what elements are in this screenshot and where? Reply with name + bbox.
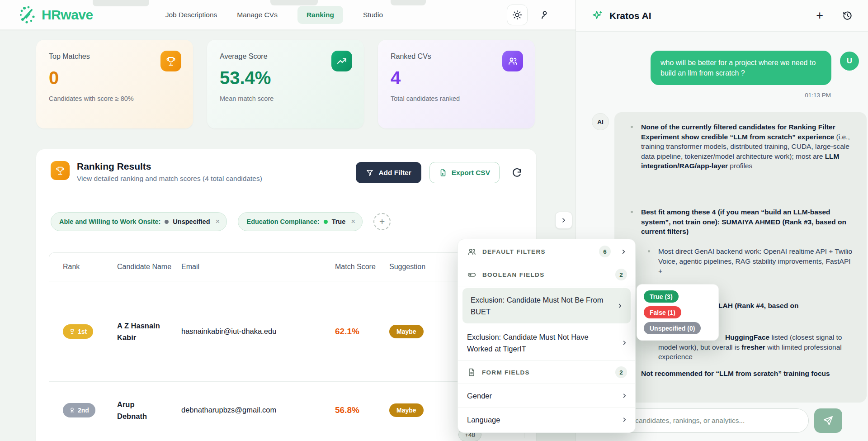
chevron-right-icon [621, 417, 628, 423]
ai-text-segment: HuggingFace [725, 333, 769, 341]
ranking-results-header: Ranking Results View detailed ranking an… [36, 149, 536, 183]
stats-row: Top Matches 0 Candidates with score ≥ 80… [36, 40, 535, 128]
chevron-right-icon [621, 340, 628, 346]
chevron-right-icon [560, 217, 567, 224]
trophy-icon [69, 328, 75, 334]
hrwave-logo[interactable]: HRwave [17, 5, 93, 25]
ai-text-segment: None of the currently filtered candidate… [641, 123, 835, 141]
stat-subtext: Candidates with score ≥ 80% [49, 95, 180, 102]
chevron-right-icon [617, 303, 623, 309]
stat-card-top-matches: Top Matches 0 Candidates with score ≥ 80… [36, 40, 193, 128]
message-timestamp: 01:13 PM [805, 92, 831, 99]
menu-item-label: Language [467, 416, 500, 424]
status-dot-icon [324, 220, 328, 224]
bullet-dot-icon [631, 211, 633, 213]
menu-item-exclusion-buet[interactable]: Exclusion: Candidate Must Not Be From BU… [462, 288, 631, 323]
table-header-row: Rank Candidate Name Email Match Score Su… [49, 253, 524, 281]
ai-conclusion-text: Not recommended for “LLM from scratch” t… [641, 369, 860, 379]
ranking-table: Rank Candidate Name Email Match Score Su… [49, 252, 524, 438]
menu-item-exclusion-tigerit[interactable]: Exclusion: Candidate Must Not Have Worke… [458, 325, 635, 360]
toggle-icon [467, 270, 476, 280]
nav-ranking[interactable]: Ranking [297, 6, 343, 24]
main-nav: Job Descriptions Manage CVs Ranking Stud… [165, 6, 383, 24]
plus-icon: + [379, 216, 385, 227]
stat-value: 0 [49, 68, 180, 88]
app-root: HRwave Job Descriptions Manage CVs Ranki… [0, 0, 868, 441]
table-row[interactable]: 2nd Arup Debnath debnatharupbzs@gmail.co… [49, 381, 524, 438]
user-profile-icon[interactable] [539, 9, 550, 20]
trophy-icon [160, 51, 181, 71]
menu-section-label: BOOLEAN FIELDS [482, 271, 544, 278]
table-row[interactable]: 1st A Z Hasnain Kabir hasnainkabir@iut-d… [49, 281, 524, 381]
ai-avatar: AI [592, 113, 609, 130]
close-icon[interactable]: × [216, 217, 220, 226]
column-header-rank: Rank [49, 262, 113, 272]
top-artifact [93, 0, 149, 6]
candidate-name: A Z Hasnain Kabir [113, 320, 160, 343]
add-filter-chip-button[interactable]: + [373, 213, 391, 230]
top-artifact [270, 0, 318, 5]
chevron-right-icon [621, 393, 628, 399]
page-title: Ranking Results [77, 161, 262, 172]
nav-job-descriptions[interactable]: Job Descriptions [165, 11, 217, 19]
count-badge: 6 [599, 246, 611, 257]
add-filter-button[interactable]: Add Filter [356, 162, 421, 183]
stat-subtext: Total candidates ranked [391, 95, 522, 102]
hrwave-logo-icon [17, 5, 38, 25]
chat-header: Kratos AI + [576, 0, 868, 32]
column-header-email: Email [178, 262, 330, 272]
filter-funnel-icon [366, 169, 374, 177]
ai-text-fragment: LAH (Rank #4, based on [718, 301, 798, 311]
count-badge: 2 [615, 366, 627, 378]
rank-label: 2nd [78, 407, 89, 414]
filter-value-submenu: True (3) False (1) Unspecified (0) [637, 284, 719, 341]
chat-panel-title: Kratos AI [609, 10, 651, 21]
candidate-email: debnatharupbzs@gmail.com [178, 406, 330, 414]
history-icon[interactable] [842, 10, 853, 21]
option-unspecified[interactable]: Unspecified (0) [644, 322, 701, 334]
rank-badge: 1st [63, 324, 93, 339]
refresh-icon[interactable] [511, 167, 523, 178]
menu-section-default-filters[interactable]: DEFAULT FILTERS 6 [458, 240, 635, 263]
stat-card-ranked-cvs: Ranked CVs 4 Total candidates ranked [378, 40, 535, 128]
medal-icon [69, 407, 75, 413]
nav-manage-cvs[interactable]: Manage CVs [237, 11, 278, 19]
match-score: 62.1% [330, 327, 385, 337]
filter-chip-onsite[interactable]: Able and Willing to Work Onsite: Unspeci… [51, 212, 227, 231]
suggestion-badge: Maybe [389, 403, 424, 417]
top-artifact [391, 0, 426, 5]
nav-studio[interactable]: Studio [363, 11, 383, 19]
filter-chip-label: Education Compliance: [246, 218, 319, 225]
option-true[interactable]: True (3) [644, 290, 679, 303]
close-icon[interactable]: × [351, 217, 355, 226]
export-csv-button[interactable]: Export CSV [429, 162, 500, 183]
trophy-icon [51, 161, 70, 180]
filter-chip-education[interactable]: Education Compliance: True × [238, 212, 363, 231]
page-subtitle: View detailed ranking and match scores (… [77, 175, 262, 183]
count-badge: 2 [615, 269, 627, 280]
ai-bullet: Best fit among these 4 (if you mean “bui… [630, 207, 858, 237]
menu-item-language[interactable]: Language [458, 408, 635, 432]
bullet-dot-icon [648, 250, 650, 252]
navbar-actions [507, 5, 550, 25]
ai-text-segment: Best fit among these 4 (if you mean “bui… [641, 208, 846, 235]
send-button[interactable] [814, 408, 842, 433]
filter-chip-value: True [332, 218, 346, 225]
panel-collapse-button[interactable] [555, 212, 572, 229]
user-message-bubble: who will be better for a project where w… [651, 51, 831, 85]
active-filters-row: Able and Willing to Work Onsite: Unspeci… [51, 212, 536, 231]
trending-up-icon [331, 51, 352, 71]
menu-item-gender[interactable]: Gender [458, 384, 635, 408]
column-header-candidate-name: Candidate Name [113, 262, 178, 272]
filter-chip-label: Able and Willing to Work Onsite: [59, 218, 160, 225]
stat-subtext: Mean match score [220, 95, 351, 102]
new-chat-button[interactable]: + [816, 9, 823, 22]
theme-toggle-button[interactable] [507, 5, 528, 25]
people-icon [467, 247, 476, 256]
rank-badge: 2nd [63, 403, 95, 417]
option-false[interactable]: False (1) [644, 306, 681, 318]
menu-section-boolean-fields: BOOLEAN FIELDS 2 [458, 263, 635, 286]
add-filter-label: Add Filter [378, 169, 411, 177]
ai-message-bubble: None of the currently filtered candidate… [614, 112, 867, 403]
divider [458, 286, 635, 286]
